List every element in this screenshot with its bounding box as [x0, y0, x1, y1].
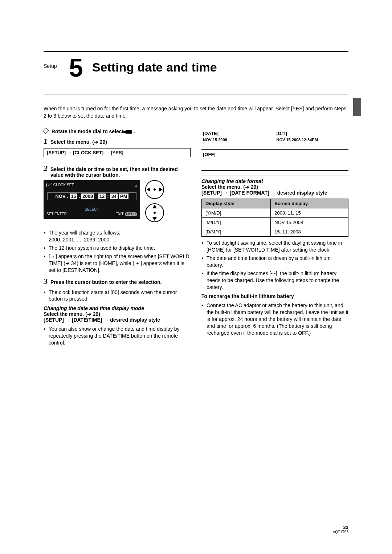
menu-path-datetime: [SETUP] → [DATE/TIME] → desired display …	[44, 317, 191, 323]
step-1: 1 Select the menu. (➔ 29)	[44, 137, 191, 146]
lcd-and-dpads: ↶ CLOCK SET ⌂ NOV . 15 . 2008 12 : 34 PM	[44, 180, 191, 227]
menu-path-step1: [SETUP] → [CLOCK SET] → [YES]	[44, 148, 191, 157]
camera-icon	[126, 130, 132, 134]
recharge-heading: To recharge the built-in lithium battery	[201, 293, 348, 299]
select-menu-29-b: Select the menu. (➔ 29)	[201, 184, 348, 190]
note-dashes: If the time display becomes [- -], the b…	[201, 270, 348, 291]
note-home-dest: [ ⌂ ] appears on the right top of the sc…	[44, 253, 191, 274]
lcd-date-row: NOV . 15 . 2008 12 : 34 PM	[47, 192, 136, 200]
note-recharge: Connect the AC adaptor or attach the bat…	[201, 302, 348, 336]
page-footer: 33 VQT1T93	[333, 525, 348, 534]
note-remote: You can also show or change the date and…	[44, 326, 191, 346]
rotate-instruction: Rotate the mode dial to select .	[44, 129, 191, 134]
page-header: Setup 5 Setting date and time	[44, 51, 348, 94]
display-mode-table: [DATE]NOV 15 2008 [D/T]NOV 15 2008 12:34…	[201, 129, 348, 171]
dpad-left-right-icon	[145, 180, 164, 199]
step-2: 2 Select the date or time to be set, the…	[44, 164, 191, 178]
section-label: Setup	[44, 63, 69, 69]
back-icon: ↶	[46, 183, 52, 187]
note-clock-start: The clock function starts at [00] second…	[44, 289, 191, 303]
left-column: Rotate the mode dial to select . 1 Selec…	[44, 129, 191, 349]
note-year: The year will change as follows: 2000, 2…	[44, 229, 191, 243]
manual-page: Setup 5 Setting date and time When the u…	[0, 0, 392, 554]
page-title: Setting date and time	[92, 60, 217, 74]
section-number: 5	[69, 57, 83, 80]
fmt-header-style: Display style	[202, 199, 271, 208]
menu-path-dateformat: [SETUP] → [DATE FORMAT] → desired displa…	[201, 190, 348, 196]
home-glyph-icon: ⌂	[52, 254, 54, 260]
step-3: 3 Press the cursor button to enter the s…	[44, 277, 191, 286]
date-format-table: Display style Screen display [Y/M/D]2008…	[201, 199, 348, 237]
lcd-screenshot: ↶ CLOCK SET ⌂ NOV . 15 . 2008 12 : 34 PM	[44, 180, 140, 219]
fmt-header-display: Screen display	[271, 199, 348, 208]
side-tab	[353, 98, 361, 116]
plane-icon: ✈	[135, 261, 139, 266]
home-icon: ⌂	[135, 183, 137, 187]
dpad-up-down-icon	[145, 203, 164, 222]
changing-display-mode-heading: Changing the date and time display mode	[44, 305, 191, 311]
select-menu-29-a: Select the menu. (➔ 29)	[44, 311, 191, 317]
menu-badge: MENU	[125, 212, 138, 216]
doc-code: VQT1T93	[333, 530, 348, 534]
changing-date-format-heading: Changing the date format	[201, 178, 348, 184]
page-number: 33	[333, 525, 348, 530]
right-column: [DATE]NOV 15 2008 [D/T]NOV 15 2008 12:34…	[201, 129, 348, 349]
divider	[201, 175, 348, 175]
diamond-icon	[43, 128, 49, 134]
note-12hr: The 12-hour system is used to display th…	[44, 245, 191, 252]
note-lithium: The date and time function is driven by …	[201, 255, 348, 269]
intro-text: When the unit is turned on for the first…	[44, 105, 348, 119]
note-dst: To set daylight saving time, select the …	[201, 240, 348, 253]
